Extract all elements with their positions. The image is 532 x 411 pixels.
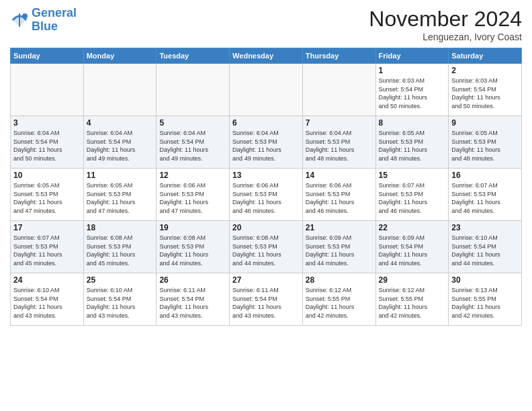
day-info: Sunrise: 6:13 AM Sunset: 5:55 PM Dayligh…: [451, 286, 519, 320]
calendar-cell: 3Sunrise: 6:04 AM Sunset: 5:54 PM Daylig…: [11, 116, 84, 169]
day-info: Sunrise: 6:06 AM Sunset: 5:53 PM Dayligh…: [159, 181, 226, 215]
calendar-week-row: 24Sunrise: 6:10 AM Sunset: 5:54 PM Dayli…: [11, 273, 522, 326]
calendar-cell: 19Sunrise: 6:08 AM Sunset: 5:53 PM Dayli…: [157, 221, 230, 273]
day-info: Sunrise: 6:05 AM Sunset: 5:53 PM Dayligh…: [451, 129, 519, 163]
day-info: Sunrise: 6:04 AM Sunset: 5:53 PM Dayligh…: [306, 129, 373, 163]
day-number: 26: [159, 275, 226, 285]
logo-blue: Blue: [32, 19, 58, 33]
day-info: Sunrise: 6:10 AM Sunset: 5:54 PM Dayligh…: [451, 234, 519, 267]
page: General Blue November 2024 Lenguezan, Iv…: [0, 0, 532, 411]
calendar-cell: 6Sunrise: 6:04 AM Sunset: 5:53 PM Daylig…: [230, 116, 303, 169]
calendar-cell: 30Sunrise: 6:13 AM Sunset: 5:55 PM Dayli…: [449, 273, 522, 326]
day-info: Sunrise: 6:04 AM Sunset: 5:54 PM Dayligh…: [13, 129, 81, 163]
day-number: 5: [159, 118, 226, 128]
calendar-cell: 10Sunrise: 6:05 AM Sunset: 5:53 PM Dayli…: [11, 169, 84, 221]
calendar-cell: 4Sunrise: 6:04 AM Sunset: 5:54 PM Daylig…: [83, 116, 157, 169]
svg-point-2: [22, 13, 28, 19]
day-info: Sunrise: 6:08 AM Sunset: 5:53 PM Dayligh…: [159, 234, 226, 267]
day-info: Sunrise: 6:04 AM Sunset: 5:54 PM Dayligh…: [159, 129, 226, 163]
day-info: Sunrise: 6:05 AM Sunset: 5:53 PM Dayligh…: [87, 181, 154, 215]
day-info: Sunrise: 6:06 AM Sunset: 5:53 PM Dayligh…: [306, 181, 373, 215]
logo-general: General: [32, 6, 77, 19]
location: Lenguezan, Ivory Coast: [369, 32, 522, 42]
day-number: 28: [306, 275, 373, 285]
day-info: Sunrise: 6:07 AM Sunset: 5:53 PM Dayligh…: [379, 181, 446, 215]
day-number: 2: [451, 66, 519, 75]
day-number: 12: [159, 171, 226, 180]
calendar-cell: 16Sunrise: 6:07 AM Sunset: 5:53 PM Dayli…: [449, 169, 522, 221]
weekday-header-wednesday: Wednesday: [230, 48, 303, 64]
weekday-header-saturday: Saturday: [449, 48, 522, 64]
calendar-week-row: 17Sunrise: 6:07 AM Sunset: 5:53 PM Dayli…: [11, 221, 522, 273]
day-info: Sunrise: 6:05 AM Sunset: 5:53 PM Dayligh…: [379, 129, 446, 163]
day-number: 22: [379, 223, 446, 232]
day-info: Sunrise: 6:11 AM Sunset: 5:54 PM Dayligh…: [159, 286, 226, 320]
calendar-cell: 7Sunrise: 6:04 AM Sunset: 5:53 PM Daylig…: [302, 116, 375, 169]
day-number: 15: [379, 171, 446, 180]
calendar-cell: 5Sunrise: 6:04 AM Sunset: 5:54 PM Daylig…: [157, 116, 230, 169]
day-number: 1: [379, 66, 446, 75]
title-block: November 2024 Lenguezan, Ivory Coast: [369, 7, 522, 42]
day-number: 21: [306, 223, 373, 232]
calendar-cell: [302, 64, 375, 116]
calendar-week-row: 3Sunrise: 6:04 AM Sunset: 5:54 PM Daylig…: [11, 116, 522, 169]
calendar-cell: 20Sunrise: 6:08 AM Sunset: 5:53 PM Dayli…: [230, 221, 303, 273]
day-info: Sunrise: 6:10 AM Sunset: 5:54 PM Dayligh…: [13, 286, 81, 320]
day-number: 30: [451, 275, 519, 285]
weekday-header-tuesday: Tuesday: [157, 48, 230, 64]
calendar-cell: 2Sunrise: 6:03 AM Sunset: 5:54 PM Daylig…: [449, 64, 522, 116]
day-number: 24: [13, 275, 81, 285]
day-number: 10: [13, 171, 81, 180]
weekday-header-sunday: Sunday: [11, 48, 84, 64]
day-number: 3: [13, 118, 81, 128]
calendar-cell: 9Sunrise: 6:05 AM Sunset: 5:53 PM Daylig…: [449, 116, 522, 169]
calendar-cell: 23Sunrise: 6:10 AM Sunset: 5:54 PM Dayli…: [449, 221, 522, 273]
month-title: November 2024: [369, 7, 522, 32]
calendar-week-row: 10Sunrise: 6:05 AM Sunset: 5:53 PM Dayli…: [11, 169, 522, 221]
day-number: 25: [87, 275, 154, 285]
calendar-cell: 13Sunrise: 6:06 AM Sunset: 5:53 PM Dayli…: [230, 169, 303, 221]
day-info: Sunrise: 6:08 AM Sunset: 5:53 PM Dayligh…: [232, 234, 300, 267]
calendar-cell: 8Sunrise: 6:05 AM Sunset: 5:53 PM Daylig…: [375, 116, 449, 169]
day-info: Sunrise: 6:05 AM Sunset: 5:53 PM Dayligh…: [13, 181, 81, 215]
day-info: Sunrise: 6:07 AM Sunset: 5:53 PM Dayligh…: [451, 181, 519, 215]
calendar-cell: 26Sunrise: 6:11 AM Sunset: 5:54 PM Dayli…: [157, 273, 230, 326]
day-info: Sunrise: 6:04 AM Sunset: 5:54 PM Dayligh…: [87, 129, 154, 163]
header: General Blue November 2024 Lenguezan, Iv…: [10, 7, 522, 42]
day-info: Sunrise: 6:04 AM Sunset: 5:53 PM Dayligh…: [232, 129, 300, 163]
day-number: 8: [379, 118, 446, 128]
day-info: Sunrise: 6:10 AM Sunset: 5:54 PM Dayligh…: [87, 286, 154, 320]
calendar-cell: 29Sunrise: 6:12 AM Sunset: 5:55 PM Dayli…: [375, 273, 449, 326]
day-number: 4: [87, 118, 154, 128]
calendar-week-row: 1Sunrise: 6:03 AM Sunset: 5:54 PM Daylig…: [11, 64, 522, 116]
calendar-cell: 14Sunrise: 6:06 AM Sunset: 5:53 PM Dayli…: [302, 169, 375, 221]
calendar-cell: 15Sunrise: 6:07 AM Sunset: 5:53 PM Dayli…: [375, 169, 449, 221]
logo-text: General Blue: [32, 7, 77, 34]
day-number: 19: [159, 223, 226, 232]
weekday-header-friday: Friday: [375, 48, 449, 64]
day-number: 14: [306, 171, 373, 180]
calendar-cell: 21Sunrise: 6:09 AM Sunset: 5:53 PM Dayli…: [302, 221, 375, 273]
day-info: Sunrise: 6:12 AM Sunset: 5:55 PM Dayligh…: [306, 286, 373, 320]
calendar-header-row: SundayMondayTuesdayWednesdayThursdayFrid…: [11, 48, 522, 64]
day-info: Sunrise: 6:03 AM Sunset: 5:54 PM Dayligh…: [451, 77, 519, 110]
calendar-cell: 25Sunrise: 6:10 AM Sunset: 5:54 PM Dayli…: [83, 273, 157, 326]
calendar-cell: 27Sunrise: 6:11 AM Sunset: 5:54 PM Dayli…: [230, 273, 303, 326]
day-number: 7: [306, 118, 373, 128]
day-info: Sunrise: 6:08 AM Sunset: 5:53 PM Dayligh…: [87, 234, 154, 267]
day-info: Sunrise: 6:12 AM Sunset: 5:55 PM Dayligh…: [379, 286, 446, 320]
day-info: Sunrise: 6:06 AM Sunset: 5:53 PM Dayligh…: [232, 181, 300, 215]
day-number: 6: [232, 118, 300, 128]
logo: General Blue: [10, 7, 77, 34]
calendar-cell: 11Sunrise: 6:05 AM Sunset: 5:53 PM Dayli…: [83, 169, 157, 221]
day-info: Sunrise: 6:07 AM Sunset: 5:53 PM Dayligh…: [13, 234, 81, 267]
day-number: 20: [232, 223, 300, 232]
calendar-cell: 24Sunrise: 6:10 AM Sunset: 5:54 PM Dayli…: [11, 273, 84, 326]
day-number: 13: [232, 171, 300, 180]
calendar-cell: 1Sunrise: 6:03 AM Sunset: 5:54 PM Daylig…: [375, 64, 449, 116]
weekday-header-monday: Monday: [83, 48, 157, 64]
day-number: 16: [451, 171, 519, 180]
calendar-cell: [157, 64, 230, 116]
calendar-cell: 22Sunrise: 6:09 AM Sunset: 5:54 PM Dayli…: [375, 221, 449, 273]
day-number: 18: [87, 223, 154, 232]
